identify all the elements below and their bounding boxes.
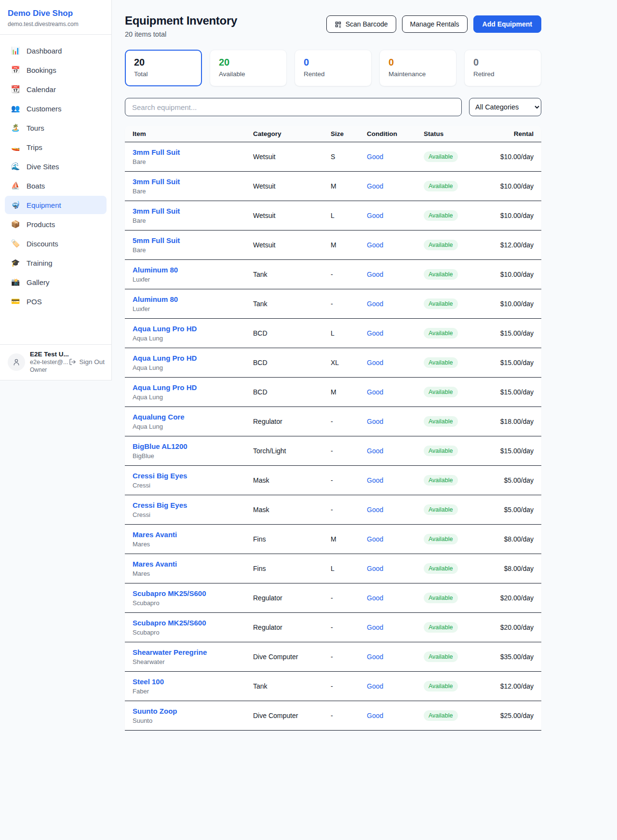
scan-barcode-button[interactable]: Scan Barcode bbox=[326, 15, 396, 33]
sidebar-item-label: Products bbox=[27, 220, 55, 229]
item-brand: Bare bbox=[133, 158, 238, 165]
table-row: Aluminum 80LuxferTank-GoodAvailable$10.0… bbox=[125, 289, 541, 319]
main-content: Equipment Inventory 20 items total Scan … bbox=[112, 0, 617, 731]
condition-link[interactable]: Good bbox=[367, 565, 383, 572]
dive-sites-icon: 🌊 bbox=[11, 162, 20, 171]
condition-link[interactable]: Good bbox=[367, 153, 383, 161]
item-name-link[interactable]: 3mm Full Suit bbox=[133, 207, 180, 215]
condition-link[interactable]: Good bbox=[367, 182, 383, 190]
table-row: BigBlue AL1200BigBlueTorch/Light-GoodAva… bbox=[125, 436, 541, 466]
table-row: Aluminum 80LuxferTank-GoodAvailable$10.0… bbox=[125, 260, 541, 289]
table-row: Aqua Lung Pro HDAqua LungBCDXLGoodAvaila… bbox=[125, 348, 541, 378]
item-name-link[interactable]: Shearwater Peregrine bbox=[133, 648, 207, 656]
stat-card-available[interactable]: 20Available bbox=[210, 50, 287, 86]
page-title: Equipment Inventory bbox=[125, 14, 237, 27]
condition-link[interactable]: Good bbox=[367, 418, 383, 425]
condition-link[interactable]: Good bbox=[367, 300, 383, 308]
item-brand: Suunto bbox=[133, 717, 238, 724]
search-input[interactable] bbox=[125, 98, 462, 116]
table-row: Scubapro MK25/S600ScubaproRegulator-Good… bbox=[125, 613, 541, 642]
add-equipment-button[interactable]: Add Equipment bbox=[473, 15, 541, 33]
condition-link[interactable]: Good bbox=[367, 594, 383, 602]
stat-card-total[interactable]: 20Total bbox=[125, 50, 202, 86]
item-name-link[interactable]: 3mm Full Suit bbox=[133, 148, 180, 156]
condition-link[interactable]: Good bbox=[367, 447, 383, 455]
sidebar-item-gallery[interactable]: 📸Gallery bbox=[5, 273, 107, 291]
sidebar-item-discounts[interactable]: 🏷️Discounts bbox=[5, 234, 107, 253]
item-name-link[interactable]: BigBlue AL1200 bbox=[133, 442, 188, 450]
table-row: Mares AvantiMaresFinsMGoodAvailable$8.00… bbox=[125, 525, 541, 554]
sign-out-button[interactable]: Sign Out bbox=[69, 358, 105, 366]
condition-link[interactable]: Good bbox=[367, 359, 383, 366]
condition-link[interactable]: Good bbox=[367, 271, 383, 278]
sidebar-item-calendar[interactable]: 📆Calendar bbox=[5, 80, 107, 98]
condition-link[interactable]: Good bbox=[367, 653, 383, 661]
person-icon bbox=[12, 358, 21, 366]
sidebar-item-boats[interactable]: ⛵Boats bbox=[5, 176, 107, 195]
user-role: Owner bbox=[30, 366, 64, 373]
condition-link[interactable]: Good bbox=[367, 388, 383, 396]
item-name-link[interactable]: Aqua Lung Pro HD bbox=[133, 354, 197, 362]
condition-link[interactable]: Good bbox=[367, 623, 383, 631]
item-rental: $15.00/day bbox=[479, 436, 541, 466]
item-name-link[interactable]: Cressi Big Eyes bbox=[133, 472, 187, 480]
sidebar-item-products[interactable]: 📦Products bbox=[5, 215, 107, 233]
item-name-link[interactable]: Mares Avanti bbox=[133, 560, 177, 568]
condition-link[interactable]: Good bbox=[367, 712, 383, 719]
item-size: M bbox=[323, 525, 359, 554]
item-category: BCD bbox=[245, 348, 323, 378]
sidebar-item-training[interactable]: 🎓Training bbox=[5, 254, 107, 272]
sidebar-item-dashboard[interactable]: 📊Dashboard bbox=[5, 41, 107, 60]
item-name-link[interactable]: Scubapro MK25/S600 bbox=[133, 589, 206, 597]
item-name-link[interactable]: Aluminum 80 bbox=[133, 295, 178, 303]
sidebar-item-customers[interactable]: 👥Customers bbox=[5, 99, 107, 118]
item-name-link[interactable]: Aqua Lung Pro HD bbox=[133, 325, 197, 333]
item-rental: $15.00/day bbox=[479, 348, 541, 378]
item-category: Regulator bbox=[245, 613, 323, 642]
condition-link[interactable]: Good bbox=[367, 682, 383, 690]
sidebar-item-dive-sites[interactable]: 🌊Dive Sites bbox=[5, 157, 107, 176]
item-name-link[interactable]: Aluminum 80 bbox=[133, 266, 178, 274]
condition-link[interactable]: Good bbox=[367, 329, 383, 337]
column-header-condition: Condition bbox=[359, 126, 416, 142]
item-name-link[interactable]: Cressi Big Eyes bbox=[133, 501, 187, 509]
stat-card-retired[interactable]: 0Retired bbox=[464, 50, 541, 86]
stat-card-rented[interactable]: 0Rented bbox=[295, 50, 372, 86]
item-name-link[interactable]: 5mm Full Suit bbox=[133, 236, 180, 244]
item-name-link[interactable]: 3mm Full Suit bbox=[133, 177, 180, 186]
category-select[interactable]: All Categories bbox=[469, 98, 541, 116]
item-name-link[interactable]: Aqua Lung Pro HD bbox=[133, 383, 197, 392]
item-name-link[interactable]: Mares Avanti bbox=[133, 530, 177, 539]
item-category: Regulator bbox=[245, 407, 323, 436]
sidebar-item-equipment[interactable]: 🤿Equipment bbox=[5, 196, 107, 214]
item-name-link[interactable]: Scubapro MK25/S600 bbox=[133, 619, 206, 627]
sidebar-item-trips[interactable]: 🚤Trips bbox=[5, 138, 107, 156]
equipment-icon: 🤿 bbox=[11, 201, 20, 209]
item-name-link[interactable]: Steel 100 bbox=[133, 677, 164, 686]
item-brand: Scubapro bbox=[133, 599, 238, 607]
item-category: Dive Computer bbox=[245, 642, 323, 672]
condition-link[interactable]: Good bbox=[367, 212, 383, 219]
table-row: Cressi Big EyesCressiMask-GoodAvailable$… bbox=[125, 466, 541, 495]
item-category: Wetsuit bbox=[245, 172, 323, 201]
item-size: L bbox=[323, 319, 359, 348]
condition-link[interactable]: Good bbox=[367, 506, 383, 514]
condition-link[interactable]: Good bbox=[367, 241, 383, 249]
gallery-icon: 📸 bbox=[11, 278, 20, 286]
condition-link[interactable]: Good bbox=[367, 535, 383, 543]
manage-rentals-button[interactable]: Manage Rentals bbox=[402, 15, 468, 33]
item-rental: $5.00/day bbox=[479, 495, 541, 525]
item-name-link[interactable]: Aqualung Core bbox=[133, 413, 185, 421]
stat-card-maintenance[interactable]: 0Maintenance bbox=[379, 50, 456, 86]
item-size: - bbox=[323, 260, 359, 289]
sidebar-item-tours[interactable]: 🏝️Tours bbox=[5, 119, 107, 137]
sidebar-item-bookings[interactable]: 📅Bookings bbox=[5, 61, 107, 79]
table-row: Shearwater PeregrineShearwaterDive Compu… bbox=[125, 642, 541, 672]
trips-icon: 🚤 bbox=[11, 143, 20, 151]
sidebar-item-pos[interactable]: 💳POS bbox=[5, 292, 107, 311]
item-size: - bbox=[323, 672, 359, 701]
sidebar-item-label: Customers bbox=[27, 105, 62, 113]
item-size: - bbox=[323, 701, 359, 731]
condition-link[interactable]: Good bbox=[367, 476, 383, 484]
item-name-link[interactable]: Suunto Zoop bbox=[133, 707, 177, 715]
